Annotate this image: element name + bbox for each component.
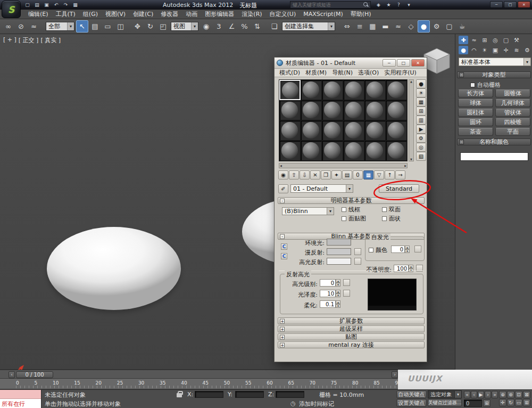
- material-sample-slot[interactable]: [322, 100, 343, 120]
- tab-create-icon[interactable]: ✚: [459, 36, 468, 44]
- name-color-rollout[interactable]: - 名称和颜色: [457, 138, 531, 145]
- spinner-down-icon[interactable]: ▼: [336, 283, 340, 287]
- rollout-toggle-icon[interactable]: -: [280, 234, 285, 239]
- sample-slots-horizontal-scrollbar[interactable]: ◀ ▶: [279, 163, 408, 168]
- object-type-teapot-button[interactable]: 茶壶: [458, 128, 493, 136]
- material-sample-slot[interactable]: [279, 80, 301, 100]
- pick-material-from-object-icon[interactable]: ✐: [278, 184, 288, 193]
- next-frame-icon[interactable]: ›: [485, 391, 491, 398]
- checkbox-face-map[interactable]: 面贴图: [342, 215, 380, 223]
- select-and-rotate-icon[interactable]: ↻: [144, 20, 156, 32]
- scene-object-disc-1[interactable]: [47, 227, 181, 310]
- menu-modifiers[interactable]: 修改器: [157, 9, 182, 19]
- save-file-icon[interactable]: ▣: [43, 1, 51, 9]
- rollout-toggle-icon[interactable]: +: [280, 342, 285, 347]
- material-sample-slot[interactable]: [343, 100, 364, 120]
- previous-frame-icon[interactable]: ‹: [471, 391, 477, 398]
- glossiness-spinner[interactable]: 10 ▲▼: [320, 290, 340, 297]
- ambient-color-swatch[interactable]: [327, 239, 351, 246]
- menu-customize[interactable]: 自定义(U): [266, 9, 300, 19]
- go-to-start-icon[interactable]: «: [464, 391, 470, 398]
- named-selection-sets-dropdown[interactable]: 创建选择集▾: [282, 22, 335, 31]
- assign-material-to-selection-icon[interactable]: ⇩: [300, 170, 310, 179]
- specular-level-spinner[interactable]: 0 ▲▼: [320, 279, 340, 287]
- cat-systems-icon[interactable]: ⚙: [522, 46, 532, 54]
- checkbox-box[interactable]: [382, 207, 387, 212]
- ambient-diffuse-lock-icon[interactable]: C: [281, 243, 287, 250]
- menu-group[interactable]: 组(G): [79, 9, 102, 19]
- viewport-menu-shading[interactable]: [ 真实 ]: [40, 36, 61, 44]
- set-key-button[interactable]: 设置关键点: [396, 399, 427, 407]
- get-material-icon[interactable]: ◉: [278, 170, 288, 179]
- search-icon[interactable]: [363, 2, 369, 8]
- checkbox-box[interactable]: [470, 83, 475, 87]
- material-name-dropdown[interactable]: 01 - Default ▾: [290, 184, 353, 193]
- material-sample-slot[interactable]: [386, 141, 407, 161]
- help-icon[interactable]: ?: [395, 1, 403, 9]
- specular-level-value[interactable]: 0: [320, 279, 336, 287]
- object-type-rollout[interactable]: - 对象类型: [457, 71, 531, 78]
- material-sample-slot[interactable]: [322, 80, 343, 100]
- favorites-icon[interactable]: ★: [385, 1, 393, 9]
- material-map-navigator-icon[interactable]: ▧: [416, 152, 426, 161]
- play-animation-icon[interactable]: ▶: [478, 391, 484, 398]
- specular-color-swatch[interactable]: [327, 258, 351, 265]
- menu-edit[interactable]: 编辑(E): [24, 9, 52, 19]
- chevron-down-icon[interactable]: ▾: [327, 208, 334, 215]
- current-frame-field[interactable]: 0: [464, 399, 482, 407]
- sample-uv-tiling-icon[interactable]: ⊞: [416, 107, 426, 116]
- menu-help[interactable]: 帮助(H): [347, 9, 375, 19]
- background-icon[interactable]: ▦: [416, 97, 426, 107]
- material-id-channel-icon[interactable]: 0: [353, 170, 363, 179]
- diffuse-map-button[interactable]: [354, 248, 361, 255]
- material-sample-slot[interactable]: [301, 141, 322, 161]
- sample-type-icon[interactable]: ●: [416, 79, 426, 88]
- select-and-link-icon[interactable]: ∞: [2, 20, 14, 32]
- me-menu-modes[interactable]: 模式(D): [277, 69, 303, 77]
- spinner-down-icon[interactable]: ▼: [405, 249, 410, 253]
- material-sample-slot[interactable]: [343, 120, 364, 141]
- edit-named-selection-sets-icon[interactable]: ❏: [268, 20, 280, 32]
- me-menu-options[interactable]: 选项(O): [355, 69, 381, 77]
- go-forward-to-sibling-icon[interactable]: →: [395, 170, 405, 179]
- sample-slots-vertical-scrollbar[interactable]: ▲ ▼: [409, 79, 414, 161]
- spinner-snap-icon[interactable]: ⇅: [251, 20, 263, 32]
- self-illumination-value[interactable]: 0: [391, 246, 405, 253]
- material-editor-icon[interactable]: ●: [418, 20, 430, 32]
- selection-filter-dropdown[interactable]: 全部▾: [46, 22, 74, 31]
- cat-cameras-icon[interactable]: ▣: [491, 46, 500, 54]
- auto-key-button[interactable]: 自动关键点: [396, 390, 427, 398]
- tab-hierarchy-icon[interactable]: ⊞: [480, 36, 489, 44]
- maximize-button[interactable]: □: [504, 1, 517, 8]
- soften-spinner[interactable]: 0.1 ▲▼: [320, 300, 340, 308]
- scroll-down-icon[interactable]: ▼: [410, 158, 412, 161]
- show-map-in-viewport-icon[interactable]: ▦: [363, 170, 373, 179]
- spinner-up-icon[interactable]: ▲: [336, 300, 340, 304]
- tab-modify-icon[interactable]: ≈: [469, 36, 479, 44]
- self-illumination-color-checkbox[interactable]: 颜色: [369, 246, 387, 254]
- new-scene-icon[interactable]: ▢: [23, 1, 31, 9]
- select-by-name-icon[interactable]: ▤: [89, 20, 101, 32]
- open-file-icon[interactable]: ▤: [33, 1, 41, 9]
- menu-create[interactable]: 创建(C): [129, 9, 157, 19]
- unlink-selection-icon[interactable]: ⊘: [15, 20, 27, 32]
- object-type-cone-button[interactable]: 圆锥体: [495, 89, 530, 97]
- make-material-copy-icon[interactable]: ❐: [321, 170, 331, 179]
- bind-to-space-warp-icon[interactable]: ≈: [28, 20, 40, 32]
- menu-rendering[interactable]: 渲染(R): [238, 9, 265, 19]
- rollout-extended-parameters[interactable]: +扩展参数: [278, 317, 425, 324]
- material-sample-slot[interactable]: [364, 141, 386, 161]
- chevron-down-icon[interactable]: ▾: [67, 22, 74, 30]
- x-coordinate-field[interactable]: [195, 391, 223, 398]
- backlight-icon[interactable]: ☀: [416, 88, 426, 97]
- spinner-down-icon[interactable]: ▼: [336, 304, 340, 308]
- rollout-mental-ray[interactable]: +mental ray 连接: [278, 341, 425, 348]
- me-close-button[interactable]: ✕: [411, 59, 425, 67]
- material-sample-slot[interactable]: [343, 141, 364, 161]
- checkbox-box[interactable]: [342, 216, 346, 221]
- spinner-up-icon[interactable]: ▲: [405, 246, 410, 249]
- rollout-maps[interactable]: +贴图: [278, 333, 425, 340]
- checkbox-box[interactable]: [369, 248, 373, 252]
- checkbox-box[interactable]: [342, 207, 346, 212]
- shader-basic-parameters-rollout[interactable]: - 明暗器基本参数: [278, 197, 425, 204]
